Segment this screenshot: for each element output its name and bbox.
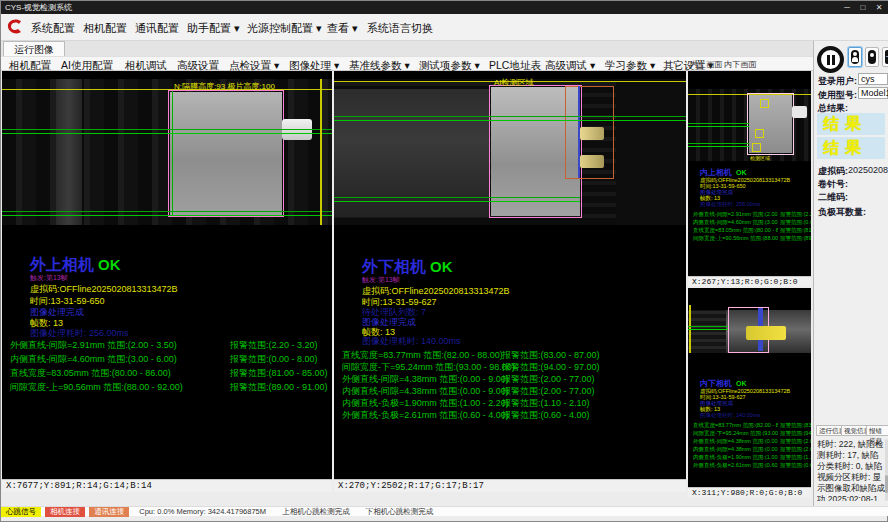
green-guide-line [2, 129, 332, 130]
alarm-range-text: 报警范围:(0.00 - 8.00) [230, 353, 318, 366]
alarm-range-text: 报警范围:(0.60 - 4.00) [502, 409, 590, 422]
measurement-text: 间隙宽度-下=95.24mm 范围:(93.00 - 98.00) [693, 430, 778, 437]
trigger-info: 触发:第13帧 [30, 273, 68, 283]
alarm-range-text: 报警范围:(2.00 - 77.00) [780, 446, 811, 453]
minimize-button[interactable]: ─ [839, 1, 855, 14]
menu-item-language-switch[interactable]: 系统语言切换 [367, 21, 433, 36]
mini-top-statusbar: X:267;Y:13;R:0;G:0;B:0 [688, 276, 811, 286]
tab-glint [580, 155, 604, 168]
menu-item-view[interactable]: 查看 ▾ [327, 21, 358, 36]
photo-annotation: N:隔膜高度:93 极片高度:100 [174, 81, 275, 92]
tab-run-image[interactable]: 运行图像 [3, 41, 65, 56]
toolbar: 相机配置 AI使用配置 相机调试 高级设置 点检设置 ▾ 图像处理 ▾ 基准线参… [1, 56, 888, 71]
alarm-range-text: 报警范围:(81.00 - 85.00) [230, 367, 328, 380]
yellow-edge-line [320, 79, 322, 225]
green-guide-line [2, 215, 332, 216]
green-guide-line [334, 120, 686, 121]
green-edge-line [172, 91, 173, 216]
user-switch-icon [868, 50, 876, 64]
camera-view-inner-upper[interactable]: 检测区域 内上相机OK 虚拟码:OFFline2025020813313472B… [688, 71, 811, 276]
trigger-info: 触发:第13帧 [362, 275, 400, 285]
menu-bar: 系统配置 相机配置 通讯配置 助手配置 ▾ 光源控制配置 ▾ 查看 ▾ 系统语言… [1, 14, 888, 41]
roll-number-label: 卷针号: [818, 178, 848, 191]
alarm-range-text: 报警范围:(2.00 - 77.00) [780, 438, 811, 445]
photo-annotation: AI检测区域 [494, 77, 534, 88]
comm-link-badge: 通讯连接 [89, 507, 129, 517]
measurement-text: 内侧直线-负极=1.90mm 范围:(1.00 - 2.20) [693, 454, 778, 461]
ok-status: OK [430, 258, 453, 275]
maximize-button[interactable]: □ [855, 1, 871, 14]
heartbeat-badge: 心跳信号 [1, 507, 41, 517]
alarm-range-text: 报警范围:(2.20 - 3.20) [230, 339, 318, 352]
measurement-text: 直线宽度=83.05mm 范围:(80.00 - 86.00) [693, 227, 778, 234]
alarm-range-text: 报警范围:(2.20 - 3.20) [780, 211, 811, 218]
highlight-annotation [746, 326, 786, 340]
ok-status: OK [736, 169, 747, 176]
green-guide-line [2, 211, 332, 212]
aux-view-caption: 内上画面 内下画面 [690, 59, 756, 70]
pause-button[interactable] [817, 46, 844, 73]
tab-error-info[interactable]: 报错信息 [866, 425, 888, 436]
camera-view-inner-lower[interactable]: 内下相机OK 虚拟码:OFFline2025020813313472B 时间:1… [688, 288, 811, 487]
measurement-text: 外侧直线-负极=2.61mm 范围:(0.60 - 4.00) [342, 409, 509, 422]
measurement-text: 间隙宽度-上=90.56mm 范围:(88.00 - 92.00) [10, 381, 183, 394]
alarm-range-text: 报警范围:(0.60 - 4.00) [780, 462, 811, 469]
dark-region [616, 79, 686, 225]
close-button[interactable]: ✕ [871, 1, 887, 14]
cpu-memory-text: Cpu: 0.0% Memory: 3424.41796875M [139, 507, 266, 516]
app-window: CYS-视觉检测系统 ─ □ ✕ 系统配置 相机配置 通讯配置 助手配置 ▾ 光… [0, 0, 888, 522]
green-guide-line [688, 143, 749, 144]
elapsed-text: 图像处理耗时: 256.00ms [700, 201, 760, 208]
menu-item-comm-config[interactable]: 通讯配置 [135, 21, 179, 36]
measurement-text: 内侧直线-间隙=4.60mm 范围:(3.00 - 6.00) [693, 219, 778, 226]
pause-icon [832, 55, 835, 65]
green-guide-line [334, 197, 580, 198]
model-value[interactable]: Model1 [858, 87, 888, 99]
measurement-text: 内侧直线-间隙=4.38mm 范围:(0.00 - 9.00) [693, 446, 778, 453]
battery-region-outline [168, 90, 284, 217]
exit-button[interactable]: ⇥ [882, 47, 888, 67]
alarm-range-text: 报警范围:(81.00 - 85.00) [780, 227, 811, 234]
login-user-value[interactable]: cys [858, 73, 888, 85]
machine-column [56, 79, 82, 225]
measurement-text: 内侧直线-间隙=4.60mm 范围:(3.00 - 6.00) [10, 353, 177, 366]
measurement-text: 间隙宽度-上=90.56mm 范围:(88.00 - 92.00) [693, 235, 778, 242]
result-display-1: 结果 [817, 113, 885, 135]
green-guide-line [688, 123, 749, 124]
alarm-range-text: 报警范围:(89.00 - 91.00) [780, 235, 811, 242]
measurement-text: 外侧直线-负极=2.61mm 范围:(0.60 - 4.00) [693, 462, 778, 469]
ok-status: OK [736, 380, 747, 387]
login-user-label: 登录用户: [818, 75, 857, 88]
measurement-text: 直线宽度=83.77mm 范围:(82.00 - 88.00) [693, 422, 778, 429]
photo-annotation: 检测区域 [750, 155, 770, 161]
menu-item-system-config[interactable]: 系统配置 [31, 21, 75, 36]
app-logo-icon [5, 17, 25, 37]
elapsed-text: 图像处理耗时: 140.00ms [700, 412, 760, 419]
tab-glint [580, 127, 604, 140]
switch-user-button[interactable] [865, 47, 879, 67]
camera-view-outer-lower[interactable]: AI检测区域 外下相机OK 触发:第13帧 虚拟码:OFFline2025020… [334, 71, 686, 479]
lower-camera-heartbeat-text: 下相机心跳检测完成 [366, 507, 434, 516]
vcode-label: 虚拟码: [818, 165, 848, 178]
app-statusbar: 心跳信号 相机连接 通讯连接 Cpu: 0.0% Memory: 3424.41… [1, 506, 888, 516]
alarm-range-text: 报警范围:(0.00 - 8.00) [780, 219, 811, 226]
connector-tab [792, 106, 807, 118]
menu-item-light-config[interactable]: 光源控制配置 ▾ [247, 21, 322, 36]
camera-view-outer-upper[interactable]: N:隔膜高度:93 极片高度:100 外上相机OK 触发:第13帧 虚拟码:OF… [2, 71, 332, 479]
center-view-statusbar: X:270;Y:2502;R:17;G:17;B:17 [334, 479, 686, 492]
menu-item-assist-config[interactable]: 助手配置 ▾ [187, 21, 240, 36]
defect-box [752, 143, 761, 152]
vcode-value: 20250208 [848, 165, 888, 175]
run-log-text: 耗时: 222, 缺陷检测耗时: 17, 缺陷分类耗时: 0, 缺陷视频分区耗时… [817, 439, 885, 501]
login-user-button[interactable] [848, 47, 862, 67]
alarm-range-text: 报警范围:(89.00 - 91.00) [230, 381, 328, 394]
machine-deck [688, 310, 726, 353]
camera-link-badge: 相机连接 [45, 507, 85, 517]
defect-box [755, 129, 764, 138]
ok-status: OK [98, 256, 121, 273]
menu-item-camera-config[interactable]: 相机配置 [83, 21, 127, 36]
green-guide-line [688, 146, 749, 147]
result-display-2: 结果 [817, 137, 885, 159]
left-view-statusbar: X:7677;Y:891;R:14;G:14;B:14 [2, 479, 332, 492]
green-guide-line [688, 326, 728, 327]
